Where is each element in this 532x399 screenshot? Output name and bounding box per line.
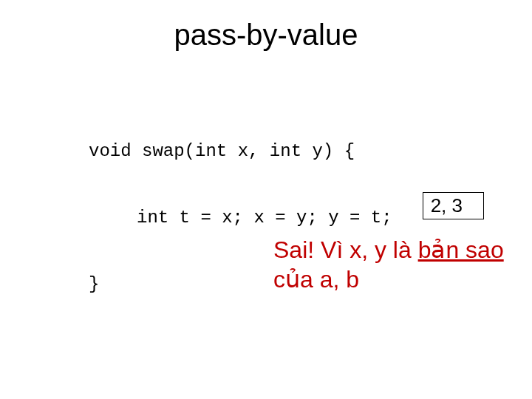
output-text: 2, 3 <box>431 194 463 216</box>
code-line-1: void swap(int x, int y) { <box>89 140 488 163</box>
annotation-text: Sai! Vì x, y là bản sao của a, b <box>273 235 510 294</box>
slide-title: pass-by-value <box>44 18 488 52</box>
output-box: 2, 3 <box>423 192 484 219</box>
slide-container: pass-by-value void swap(int x, int y) { … <box>0 0 532 399</box>
annotation-part2: bản sao <box>418 236 504 263</box>
annotation-part3: của a, b <box>273 266 359 293</box>
annotation-part1: Sai! Vì x, y là <box>273 236 418 263</box>
